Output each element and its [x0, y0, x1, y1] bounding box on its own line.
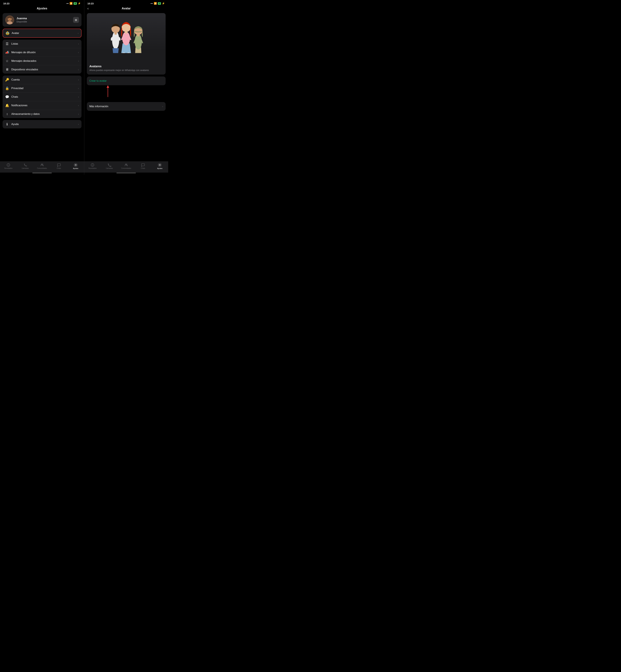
- menu-item-ayuda[interactable]: ℹ Ayuda ›: [3, 120, 82, 128]
- tab-ajustes-label-left: Ajustes: [73, 168, 78, 169]
- tab-chats-left[interactable]: Chats: [50, 163, 67, 169]
- notificaciones-icon: 🔔: [5, 103, 9, 108]
- profile-status: Disponible: [16, 20, 71, 23]
- chats-label: Chats: [11, 95, 76, 98]
- menu-item-cuenta[interactable]: 🔑 Cuenta ›: [3, 76, 82, 84]
- svg-point-34: [159, 164, 160, 166]
- avatar-label: Avatar: [12, 32, 76, 35]
- menu-item-almacenamiento[interactable]: ↕ Almacenamiento y datos ›: [3, 110, 82, 118]
- wifi-icon-left: 📶: [70, 2, 73, 5]
- home-indicator-left: [32, 173, 52, 173]
- menu-item-notificaciones[interactable]: 🔔 Notificaciones ›: [3, 101, 82, 110]
- avatar-banner: Avatares Ahora puedes expresarte mejor e…: [87, 13, 166, 75]
- privacidad-chevron: ›: [78, 87, 79, 90]
- menu-item-dispositivos[interactable]: 🖥 Dispositivos vinculados ›: [3, 65, 82, 74]
- settings-header: Ajustes: [0, 6, 84, 12]
- avatar-icon: 🥸: [5, 31, 9, 35]
- chats-chevron: ›: [78, 95, 79, 98]
- svg-point-30: [92, 164, 93, 165]
- menu-item-listas[interactable]: ☰ Listas ›: [3, 40, 82, 48]
- svg-point-11: [75, 164, 76, 166]
- listas-icon: ☰: [5, 42, 9, 46]
- tab-bar-left: Novedades Llamadas Comunidades Chats: [0, 161, 84, 173]
- menu-group-1: ☰ Listas › 📣 Mensajes de difusión › ☆ Me…: [3, 40, 82, 74]
- signal-icon-left: ▪▪▪: [67, 2, 69, 5]
- tab-ajustes-label-right: Ajustes: [157, 168, 163, 169]
- menu-item-difusion[interactable]: 📣 Mensajes de difusión ›: [3, 48, 82, 56]
- avatar-figures-container: [87, 13, 166, 53]
- almacenamiento-icon: ↕: [5, 112, 9, 116]
- almacenamiento-chevron: ›: [78, 113, 79, 115]
- chats-icon: 💬: [5, 95, 9, 99]
- svg-point-32: [125, 164, 126, 165]
- menu-item-destacados[interactable]: ☆ Mensajes destacados ›: [3, 56, 82, 65]
- cuenta-label: Cuenta: [11, 78, 76, 81]
- difusion-icon: 📣: [5, 50, 9, 54]
- profile-info: Juanma Disponible: [16, 17, 71, 23]
- battery-left: 49: [74, 2, 77, 5]
- tab-ajustes-left[interactable]: Ajustes: [67, 163, 84, 169]
- svg-point-33: [126, 164, 127, 165]
- signal-icon-right: ▪▪▪: [151, 2, 153, 5]
- svg-point-10: [42, 164, 43, 165]
- tab-novedades-right[interactable]: Novedades: [84, 163, 101, 169]
- status-icons-left: ▪▪▪ 📶 49 ⚡: [67, 2, 81, 5]
- more-info-label: Más información: [89, 105, 162, 108]
- tab-comunidades-right[interactable]: Comunidades: [118, 163, 134, 169]
- tab-llamadas-right[interactable]: Llamadas: [101, 163, 118, 169]
- tab-comunidades-left[interactable]: Comunidades: [34, 163, 50, 169]
- notificaciones-label: Notificaciones: [11, 104, 76, 107]
- privacidad-icon: 🔒: [5, 86, 9, 90]
- banner-title: Avatares: [89, 65, 163, 68]
- create-avatar-card[interactable]: Crear tu avatar: [87, 77, 166, 85]
- ayuda-chevron: ›: [78, 123, 79, 126]
- tab-comunidades-label-left: Comunidades: [37, 167, 47, 169]
- settings-content: Juanma Disponible ⊞ 🥸 Avatar › ☰ Listas …: [0, 12, 84, 161]
- listas-chevron: ›: [78, 43, 79, 45]
- comunidades-icon-left: [40, 163, 44, 167]
- avatar-header: ‹ Avatar: [84, 6, 168, 12]
- avatar-menu-item[interactable]: 🥸 Avatar ›: [3, 29, 82, 38]
- destacados-icon: ☆: [5, 59, 9, 63]
- chats-icon-left: [57, 163, 61, 167]
- menu-item-chats[interactable]: 💬 Chats ›: [3, 92, 82, 101]
- avatar-content: Avatares Ahora puedes expresarte mejor e…: [84, 12, 168, 161]
- qr-icon: ⊞: [75, 18, 77, 22]
- cuenta-chevron: ›: [78, 78, 79, 81]
- battery-right: 49: [158, 2, 161, 5]
- svg-point-4: [9, 18, 9, 19]
- destacados-label: Mensajes destacados: [11, 59, 76, 62]
- dispositivos-label: Dispositivos vinculados: [11, 68, 76, 71]
- tab-llamadas-label-right: Llamadas: [106, 167, 113, 169]
- tab-llamadas-label-left: Llamadas: [22, 167, 29, 169]
- listas-label: Listas: [11, 42, 76, 45]
- ajustes-icon-left: [74, 163, 78, 167]
- profile-avatar: [5, 15, 14, 25]
- menu-group-2: 🔑 Cuenta › 🔒 Privacidad › 💬 Chats › 🔔 No…: [3, 76, 82, 118]
- menu-item-privacidad[interactable]: 🔒 Privacidad ›: [3, 84, 82, 92]
- qr-button[interactable]: ⊞: [73, 17, 79, 23]
- status-icons-right: ▪▪▪ 📶 49 ⚡: [151, 2, 165, 5]
- avatars-illustration: [97, 16, 155, 53]
- create-avatar-label: Crear tu avatar: [89, 79, 107, 82]
- wifi-icon-right: 📶: [154, 2, 157, 5]
- status-bar-left: 10:23 ▪▪▪ 📶 49 ⚡: [0, 0, 84, 6]
- create-avatar-container: Crear tu avatar: [87, 77, 166, 85]
- profile-card[interactable]: Juanma Disponible ⊞: [3, 13, 82, 27]
- novedades-icon-right: [91, 163, 94, 167]
- svg-point-17: [122, 32, 130, 45]
- llamadas-icon-left: [23, 163, 27, 167]
- tab-ajustes-right[interactable]: Ajustes: [151, 163, 168, 169]
- tab-chats-right[interactable]: Chats: [134, 163, 151, 169]
- banner-text: Avatares Ahora puedes expresarte mejor e…: [87, 62, 166, 75]
- menu-group-3: ℹ Ayuda ›: [3, 120, 82, 128]
- ajustes-icon-right: [158, 163, 162, 167]
- more-info-card[interactable]: Más información ›: [87, 102, 166, 111]
- battery-bolt-left: ⚡: [78, 2, 81, 5]
- llamadas-icon-right: [108, 163, 111, 167]
- back-button[interactable]: ‹: [87, 6, 89, 11]
- status-bar-right: 10:23 ▪▪▪ 📶 49 ⚡: [84, 0, 168, 6]
- tab-llamadas-left[interactable]: Llamadas: [17, 163, 34, 169]
- svg-rect-24: [137, 35, 139, 36]
- tab-novedades-left[interactable]: Novedades: [0, 163, 17, 169]
